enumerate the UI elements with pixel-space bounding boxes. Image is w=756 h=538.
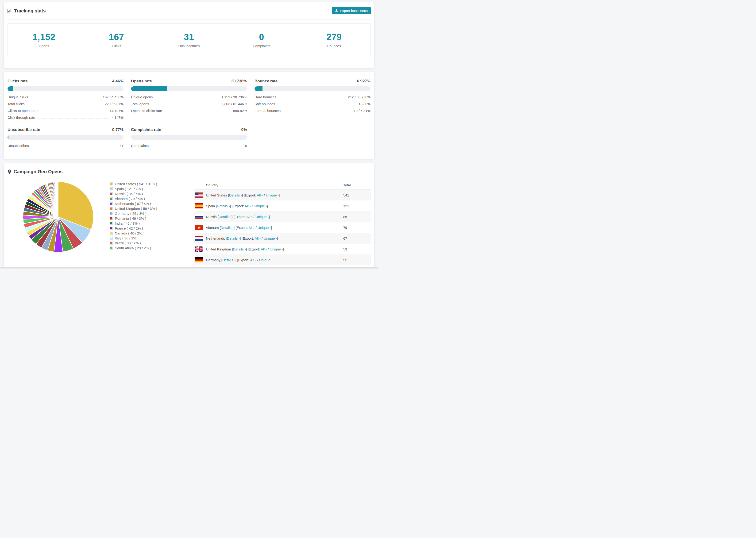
total-cell: 79: [343, 226, 371, 230]
metric-value: 0: [245, 144, 247, 148]
metric-label: Hard bounces: [254, 95, 276, 99]
complaints-rate-value: 0%: [241, 128, 247, 132]
clicks-rate-value: 4.46%: [112, 79, 124, 83]
clicks-rate-bar: [8, 86, 124, 91]
gb-flag-icon: [195, 246, 203, 252]
header-divider: [8, 19, 370, 20]
export-all-link[interactable]: All ›: [257, 193, 263, 197]
dotted-leader: [278, 98, 346, 98]
details-link[interactable]: Details ›: [233, 247, 246, 251]
metric-value: 689.82%: [233, 109, 247, 113]
country-row-us: United States [Details ›] [Export: All ›…: [194, 190, 371, 200]
export-label: Export:: [245, 193, 257, 197]
legend-label: Canada ( 40 / 2% ): [115, 231, 144, 235]
legend-label: Russia ( 86 / 5% ): [115, 192, 143, 196]
export-unique-link[interactable]: Unique ›: [264, 237, 277, 241]
legend-swatch: [110, 187, 113, 190]
export-unique-link[interactable]: Unique ›: [270, 247, 283, 251]
stat-label: Clicks: [112, 44, 121, 48]
legend-label: Germany ( 55 / 3% ): [115, 211, 146, 215]
dotted-leader: [40, 112, 108, 112]
metric-value: 19 / 6.81%: [353, 109, 370, 113]
export-unique-link[interactable]: Unique ›: [253, 204, 267, 208]
details-link[interactable]: Details ›: [227, 237, 240, 241]
total-cell: 121: [343, 204, 371, 208]
bounce-rate-block: Bounce rate 6.927% Hard bounces242 / 86.…: [254, 79, 370, 122]
stat-opens: 1,152Opens: [8, 24, 80, 56]
legend-item: Germany ( 55 / 3% ): [110, 211, 157, 216]
complaints-rate-block: Complaints rate 0% Complaints0: [131, 128, 247, 150]
legend-swatch: [110, 183, 113, 186]
export-unique-link[interactable]: Unique ›: [255, 215, 269, 219]
metric-label: Total clicks: [8, 102, 25, 106]
opens-rate-block: Opens rate 30.736% Unique opens1,152 / 3…: [131, 79, 247, 122]
legend-swatch: [110, 246, 113, 249]
legend-item: South Africa ( 29 / 2% ): [110, 245, 157, 250]
legend-label: Netherlands ( 67 / 4% ): [115, 202, 151, 206]
legend-label: Spain ( 121 / 7% ): [115, 187, 143, 191]
export-all-link[interactable]: All ›: [246, 215, 253, 219]
stat-unsubscribes: 31Unsubscribes: [153, 24, 225, 56]
metric-label: Opens to clicks rate: [131, 109, 162, 113]
stat-label: Complaints: [253, 44, 270, 48]
legend-item: Brazil ( 33 / 2% ): [110, 241, 157, 245]
export-all-link[interactable]: All ›: [255, 237, 261, 241]
metric-row: Complaints0: [131, 144, 247, 150]
nl-flag-icon: [195, 236, 203, 241]
campaign-geo-opens-card: Campaign Geo Opens United States ( 541 /…: [4, 163, 374, 267]
metric-label: Click through rate: [8, 116, 35, 120]
metric-value: 14.497%: [110, 109, 124, 113]
legend-item: Italy ( 36 / 2% ): [110, 236, 157, 241]
clicks-rate-block: Clicks rate 4.46% Unique clicks167 / 4.4…: [8, 79, 124, 122]
page-title: Tracking stats: [8, 8, 46, 14]
country-cell: United Kingdom [Details ›] [Export: All …: [206, 247, 343, 251]
export-all-link[interactable]: All ›: [261, 247, 267, 251]
metric-label: Total opens: [131, 102, 149, 106]
vn-flag-icon: [195, 225, 203, 230]
export-unique-link[interactable]: Unique ›: [257, 226, 271, 230]
export-all-link[interactable]: All ›: [248, 226, 254, 230]
unsubscribe-rate-value: 0.77%: [112, 128, 124, 132]
legend-item: Canada ( 40 / 2% ): [110, 231, 157, 236]
headline-stats-strip: 1,152Opens167Clicks31Unsubscribes0Compla…: [8, 24, 370, 56]
details-link[interactable]: Details ›: [221, 226, 234, 230]
export-all-link[interactable]: All ›: [244, 204, 251, 208]
export-label: Export:: [249, 247, 261, 251]
details-link[interactable]: Details ›: [219, 215, 232, 219]
legend-swatch: [110, 202, 113, 205]
export-all-link[interactable]: All ›: [250, 258, 256, 262]
details-link[interactable]: Details ›: [229, 193, 242, 197]
metric-label: Unique clicks: [8, 95, 28, 99]
legend-item: France ( 42 / 2% ): [110, 226, 157, 231]
export-basic-stats-button[interactable]: Export basic stats: [332, 7, 371, 14]
export-unique-link[interactable]: Unique ›: [266, 193, 279, 197]
total-cell: 67: [343, 237, 371, 241]
total-cell: 59: [343, 247, 371, 251]
legend-label: United States ( 541 / 31% ): [115, 182, 157, 186]
details-link[interactable]: Details ›: [222, 258, 235, 262]
complaints-rate-bar: [131, 135, 247, 140]
legend-swatch: [110, 222, 113, 225]
legend-swatch: [110, 227, 113, 230]
legend-swatch: [110, 207, 113, 210]
country-row-es: Spain [Details ›] [Export: All › / Uniqu…: [194, 200, 371, 211]
metric-label: Unsubscribes: [8, 144, 29, 148]
details-link[interactable]: Details ›: [217, 204, 230, 208]
total-cell: 541: [343, 193, 371, 197]
metric-label: Soft bounces: [254, 102, 275, 106]
us-flag-icon: [195, 192, 203, 198]
ru-flag-icon: [195, 214, 203, 219]
legend-swatch: [110, 232, 113, 235]
legend-item: Spain ( 121 / 7% ): [110, 187, 157, 191]
legend-swatch: [110, 197, 113, 200]
opens-rate-title: Opens rate: [131, 79, 152, 83]
dotted-leader: [30, 98, 101, 98]
export-unique-link[interactable]: Unique ›: [259, 258, 273, 262]
stat-label: Opens: [39, 44, 49, 48]
unsubscribe-rate-bar: [8, 135, 124, 140]
stat-clicks: 167Clicks: [80, 24, 153, 56]
export-label: Export:: [243, 237, 255, 241]
dotted-leader: [37, 119, 110, 119]
rates-card: Clicks rate 4.46% Unique clicks167 / 4.4…: [4, 72, 374, 159]
country-cell: Netherlands [Details ›] [Export: All › /…: [206, 237, 343, 241]
